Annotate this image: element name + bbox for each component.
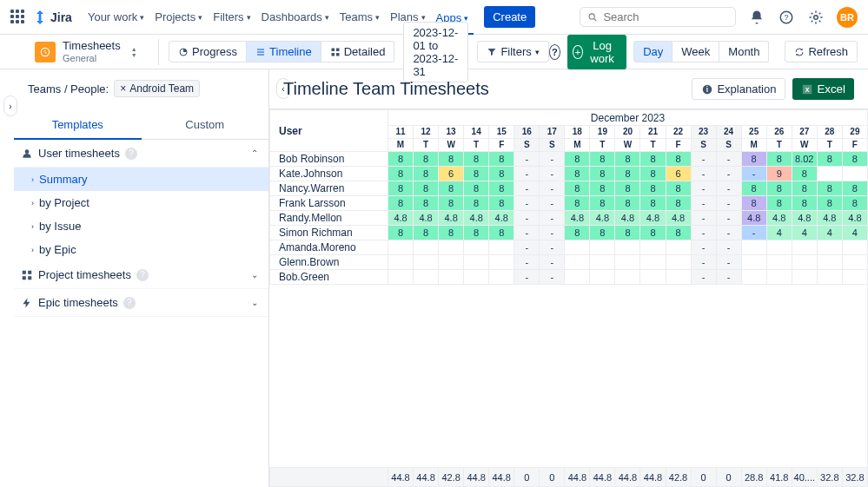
cell[interactable]: 8 [439,196,464,211]
tab-templates[interactable]: Templates [14,111,142,140]
cell[interactable]: 8 [792,181,817,196]
cell[interactable]: - [514,181,540,196]
cell[interactable]: 4.8 [640,211,666,226]
cell[interactable]: - [540,270,565,285]
user-name[interactable]: Bob Robinson [270,152,388,167]
cell[interactable]: - [540,181,565,196]
filters-button[interactable]: Filters▾ [477,41,548,63]
cell[interactable] [766,270,792,285]
period-week[interactable]: Week [673,41,719,63]
cell[interactable]: 4 [817,226,842,240]
cell[interactable]: 8 [439,226,464,240]
cell[interactable] [615,240,640,255]
cell[interactable]: 4.8 [565,211,590,226]
cell[interactable] [666,270,691,285]
cell[interactable] [666,255,691,270]
cell[interactable]: - [691,167,716,181]
cell[interactable]: 4.8 [741,211,766,226]
section-project[interactable]: Project timesheets?⌄ [14,261,268,289]
cell[interactable]: 8 [817,152,842,167]
refresh-button[interactable]: Refresh [785,41,858,63]
cell[interactable]: - [540,226,565,240]
cell[interactable]: 4.8 [666,211,691,226]
tree-summary[interactable]: ›Summary [14,168,268,191]
cell[interactable] [464,240,489,255]
cell[interactable]: - [691,255,716,270]
cell[interactable] [640,240,666,255]
cell[interactable]: - [540,255,565,270]
cell[interactable]: 8 [792,196,817,211]
cell[interactable] [439,255,464,270]
view-timeline[interactable]: Timeline [247,41,321,63]
cell[interactable] [489,270,514,285]
cell[interactable]: - [716,152,741,167]
expand-handle-left[interactable]: › [3,95,17,116]
cell[interactable]: 8 [666,196,691,211]
logwork-button[interactable]: +Log work [567,35,626,69]
cell[interactable]: - [540,196,565,211]
cell[interactable] [842,255,867,270]
cell[interactable]: 8 [414,226,439,240]
cell[interactable]: 9 [766,167,792,181]
cell[interactable]: - [514,167,540,181]
cell[interactable]: 4.8 [590,211,615,226]
cell[interactable]: - [514,211,540,226]
cell[interactable]: 4 [792,226,817,240]
cell[interactable]: 4 [766,226,792,240]
cell[interactable]: 8 [590,196,615,211]
cell[interactable]: - [691,211,716,226]
cell[interactable]: - [514,270,540,285]
cell[interactable]: 4.8 [464,211,489,226]
cell[interactable]: 8 [842,152,867,167]
cell[interactable]: 8 [640,152,666,167]
cell[interactable]: - [540,167,565,181]
cell[interactable]: - [716,240,741,255]
cell[interactable]: - [540,240,565,255]
cell[interactable] [414,255,439,270]
view-progress[interactable]: Progress [169,41,247,63]
cell[interactable]: 8 [388,181,414,196]
cell[interactable]: 8 [414,167,439,181]
search-input[interactable] [603,10,728,23]
cell[interactable] [741,255,766,270]
cell[interactable]: - [716,211,741,226]
cell[interactable]: - [741,167,766,181]
cell[interactable] [489,240,514,255]
cell[interactable]: 8 [565,226,590,240]
cell[interactable]: 8 [817,181,842,196]
cell[interactable]: 8 [464,152,489,167]
cell[interactable] [565,270,590,285]
cell[interactable]: 8 [590,226,615,240]
cell[interactable]: 4 [842,226,867,240]
cell[interactable] [565,240,590,255]
cell[interactable]: 8 [842,181,867,196]
cell[interactable] [817,270,842,285]
cell[interactable]: 8 [439,181,464,196]
team-tag[interactable]: ×Android Team [114,80,200,97]
cell[interactable] [615,255,640,270]
cell[interactable]: 8 [615,181,640,196]
user-name[interactable]: Bob.Green [270,270,388,285]
cell[interactable]: - [716,196,741,211]
cell[interactable]: 8 [489,181,514,196]
cell[interactable] [590,240,615,255]
cell[interactable] [640,255,666,270]
cell[interactable] [842,240,867,255]
cell[interactable]: 8 [565,152,590,167]
tree-by-epic[interactable]: ›by Epic [14,238,268,261]
cell[interactable] [565,255,590,270]
tab-custom[interactable]: Custom [142,111,269,139]
cell[interactable] [464,270,489,285]
help-button[interactable]: ? [549,44,560,60]
cell[interactable]: - [716,181,741,196]
help-icon[interactable]: ? [778,9,795,26]
cell[interactable]: 4.8 [842,211,867,226]
cell[interactable] [388,255,414,270]
cell[interactable] [792,255,817,270]
cell[interactable]: 8 [640,226,666,240]
cell[interactable]: 4.8 [792,211,817,226]
cell[interactable]: 8 [414,196,439,211]
cell[interactable]: 8 [817,196,842,211]
breadcrumb[interactable]: Timesheets General ▲▼ [0,39,148,64]
user-name[interactable]: Frank Larsson [270,196,388,211]
